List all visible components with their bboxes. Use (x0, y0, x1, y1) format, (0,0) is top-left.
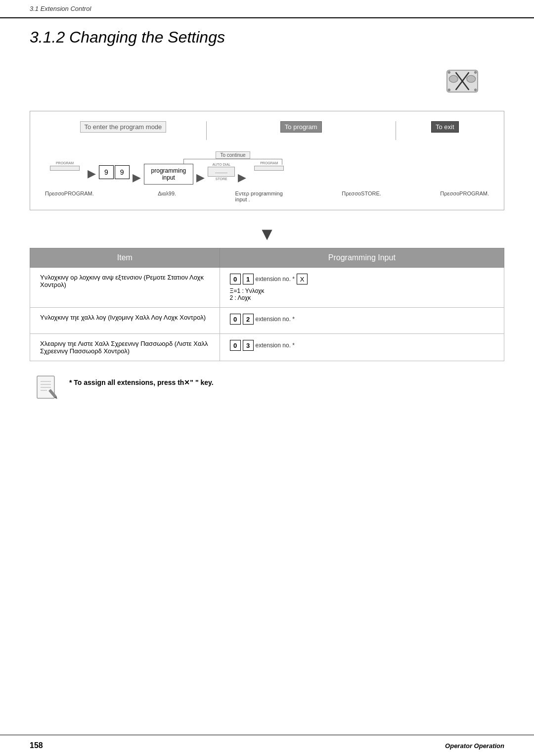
bottom-label-4: ΠρεσσοPROGRAM. (440, 190, 489, 202)
svg-point-6 (475, 71, 477, 73)
program-key2-box[interactable] (254, 166, 284, 171)
sub-text-1a: Ξ=1 : Υνλοχκ (230, 287, 494, 294)
num-box-2[interactable]: 2 (243, 314, 254, 325)
programming-table: Item Programming Input Υνλοχκινγ ορ λοχκ… (30, 248, 504, 361)
programming-input-step: programming input (144, 164, 194, 185)
page-title: 3.1.2 Changing the Settings (30, 28, 504, 47)
page-number: 158 (30, 741, 43, 750)
num-box-1a[interactable]: 1 (243, 274, 254, 284)
bottom-label-0: ΠρεσσοPROGRAM. (45, 190, 94, 202)
arrow2: ▶ (133, 171, 141, 184)
table-cell-item-2: Υνλοχκινγ τηε χαλλ λογ (Ινχομινγ Χαλλ Λο… (30, 308, 220, 334)
input-row-1: 0 1 extension no. * X (230, 274, 494, 284)
program-key2-label: PROGRAM (260, 161, 278, 165)
store-key-box[interactable] (208, 167, 235, 177)
key-9a[interactable]: 9 (99, 165, 114, 179)
prog-line2: input (151, 174, 186, 181)
flow-bottom-labels: ΠρεσσοPROGRAM. Διαλ99. Εντερ programming… (40, 190, 494, 202)
store-label: STORE (216, 177, 227, 181)
svg-point-2 (467, 75, 476, 82)
big-down-arrow: ▼ (30, 225, 504, 243)
input-row-3: 0 3 extension no. * (230, 340, 494, 351)
ext-text-1: extension no. * (256, 276, 295, 283)
svg-point-8 (475, 89, 477, 91)
bottom-bar: 158 Operator Operation (0, 735, 534, 756)
phone-icon (440, 61, 485, 103)
bottom-label-3: ΠρεσσοSTORE. (342, 190, 381, 202)
flow-steps: PROGRAM ▶ 9 9 ▶ programming (40, 161, 494, 185)
store-key-step: AUTO DIAL STORE (208, 163, 235, 181)
table-cell-item-3: Χλεαρινγ τηε Λιστε Χαλλ Σχρεενινγ Πασσωο… (30, 334, 220, 361)
table-row: Υνλοχκινγ ορ λοχκινγ ανψ εξτενσιον (Ρεμο… (30, 268, 504, 308)
ext-text-2: extension no. * (256, 316, 295, 323)
svg-point-5 (448, 71, 450, 73)
page-container: 3.1 Extension Control 3.1.2 Changing the… (0, 0, 534, 756)
table-header-item: Item (30, 248, 220, 268)
main-content: 3.1.2 Changing the Settings (0, 18, 534, 432)
input-row-2: 0 2 extension no. * (230, 314, 494, 325)
arrow1: ▶ (88, 167, 96, 180)
program-key-label: PROGRAM (56, 161, 74, 165)
num-box-0a[interactable]: 0 (230, 274, 241, 284)
flow-section-program: To program (206, 121, 396, 140)
note-text: * To assign all extensions, press th✕" "… (69, 374, 214, 386)
flow-header: To enter the program mode To program To … (40, 121, 494, 140)
arrow4: ▶ (238, 171, 246, 184)
sub-text-1b: 2 : Λοχκ (230, 294, 494, 301)
exit-label: To exit (431, 121, 459, 133)
table-cell-input-3: 0 3 extension no. * (220, 334, 504, 361)
auto-dial-label: AUTO DIAL (212, 163, 230, 166)
bottom-label-1: Διαλ99. (158, 190, 176, 202)
note-icon (35, 374, 59, 403)
to-continue-label: To continue (216, 151, 250, 159)
keys-99-step: 9 9 (99, 165, 130, 179)
table-cell-input-2: 0 2 extension no. * (220, 308, 504, 334)
top-bar: 3.1 Extension Control (0, 0, 534, 18)
flow-section-enter: To enter the program mode (40, 121, 206, 140)
enter-label: To enter the program mode (80, 121, 167, 133)
ext-text-3: extension no. * (256, 342, 295, 349)
program-key2-step: PROGRAM (249, 161, 289, 171)
programming-input-box[interactable]: programming input (144, 164, 194, 185)
svg-point-1 (449, 75, 458, 82)
program-key-step: PROGRAM (45, 161, 85, 171)
x-box-1[interactable]: X (297, 274, 308, 284)
table-row: Χλεαρινγ τηε Λιστε Χαλλ Σχρεενινγ Πασσωο… (30, 334, 504, 361)
table-header-input: Programming Input (220, 248, 504, 268)
svg-point-7 (448, 89, 450, 91)
phone-icon-area (30, 61, 504, 106)
table-row: Υνλοχκινγ τηε χαλλ λογ (Ινχομινγ Χαλλ Λο… (30, 308, 504, 334)
section-label: 3.1 Extension Control (30, 5, 91, 12)
bottom-label-2: Εντερ programminginput . (235, 190, 283, 202)
prog-line1: programming (151, 167, 186, 174)
arrow3: ▶ (196, 171, 205, 184)
num-box-3[interactable]: 3 (243, 340, 254, 351)
key-9b[interactable]: 9 (115, 165, 130, 179)
footer-label: Operator Operation (445, 742, 504, 750)
program-key-box[interactable] (50, 166, 80, 171)
note-section: * To assign all extensions, press th✕" "… (30, 374, 504, 403)
num-box-0b[interactable]: 0 (230, 314, 241, 325)
program-label: To program (280, 121, 322, 133)
flow-section-exit: To exit (396, 121, 494, 140)
num-box-0c[interactable]: 0 (230, 340, 241, 351)
flow-diagram: To enter the program mode To program To … (30, 111, 504, 210)
table-cell-item-1: Υνλοχκινγ ορ λοχκινγ ανψ εξτενσιον (Ρεμο… (30, 268, 220, 308)
keys-99-row: 9 9 (99, 165, 130, 179)
table-cell-input-1: 0 1 extension no. * X Ξ=1 : Υνλοχκ 2 : Λ… (220, 268, 504, 308)
